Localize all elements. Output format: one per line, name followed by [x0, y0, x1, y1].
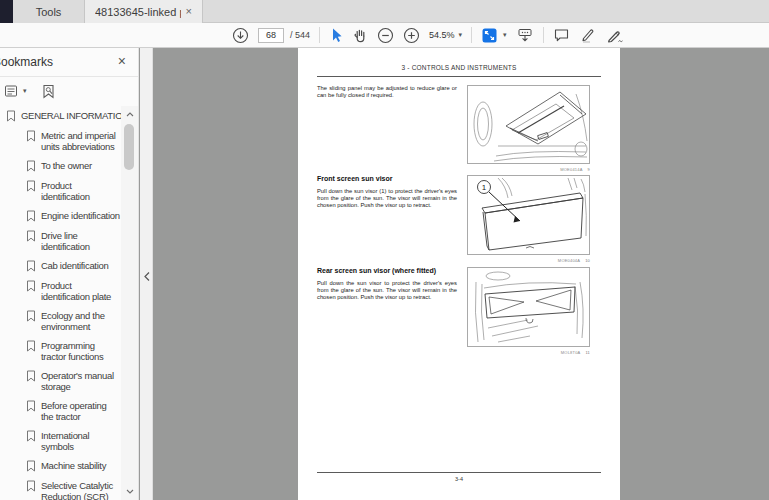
- figure-sliding-roof-panel: [467, 85, 590, 164]
- bookmark-item[interactable]: Ecology and the environment: [0, 306, 121, 336]
- bookmark-icon: [26, 210, 36, 222]
- zoom-level-dropdown[interactable]: 54.5% ▾: [429, 25, 462, 45]
- bookmark-icon: [26, 130, 36, 152]
- app-corner-fragment: [0, 0, 13, 23]
- bookmarks-header: Bookmarks ×: [0, 48, 138, 77]
- bookmark-item[interactable]: GENERAL INFORMATION: [0, 106, 121, 126]
- scroll-up-icon[interactable]: [121, 108, 138, 121]
- page-running-header: 3 - CONTROLS AND INSTRUMENTS: [298, 64, 620, 71]
- fit-page-dropdown[interactable]: ▾: [481, 25, 507, 45]
- section-heading-front-visor: Front screen sun visor: [317, 175, 392, 182]
- main-toolbar: 68 / 544 54.5% ▾ ▾: [0, 23, 769, 48]
- bookmark-item[interactable]: Machine stability: [0, 456, 121, 476]
- highlighter-icon[interactable]: [579, 25, 597, 45]
- page-number-footer: 3-4: [298, 476, 620, 482]
- chevron-down-icon: ▾: [23, 87, 27, 95]
- bookmark-item[interactable]: Metric and imperial units abbreviations: [0, 126, 121, 156]
- bookmark-options-icon[interactable]: ▾: [4, 84, 27, 98]
- zoom-level-value: 54.5%: [429, 30, 455, 40]
- figure-caption: MOE0404A10: [467, 258, 590, 263]
- hand-tool-icon[interactable]: [352, 25, 368, 45]
- chevron-down-icon: ▾: [459, 31, 463, 39]
- bookmark-label: Ecology and the environment: [41, 310, 121, 332]
- document-area[interactable]: 3 - CONTROLS AND INSTRUMENTS The sliding…: [153, 48, 769, 500]
- bookmark-icon: [26, 280, 36, 302]
- toolbar-separator: [543, 27, 544, 43]
- figure-caption: MOL8T0A11: [467, 350, 590, 355]
- toolbar-separator: [319, 27, 320, 43]
- bookmarks-title: Bookmarks: [0, 55, 53, 69]
- tab-bar: Tools 48133645-linked pd... ×: [0, 0, 769, 23]
- bookmark-item[interactable]: To the owner: [0, 156, 121, 176]
- bookmark-item[interactable]: Product identification plate: [0, 276, 121, 306]
- scroll-down-icon[interactable]: [121, 485, 138, 498]
- expand-current-bookmark-icon[interactable]: [41, 84, 57, 99]
- intro-paragraph: The sliding panel may be adjusted to red…: [317, 85, 457, 99]
- bookmarks-scrollbar[interactable]: [121, 106, 138, 500]
- bookmark-label: Product identification: [41, 180, 121, 202]
- toolbar-separator: [471, 27, 472, 43]
- figure-rear-sun-visor: [467, 267, 590, 347]
- page-number-input[interactable]: 68: [258, 28, 284, 43]
- zoom-in-icon[interactable]: [403, 25, 420, 45]
- header-rule: [317, 76, 601, 77]
- bookmark-label: Before operating the tractor: [41, 400, 121, 422]
- bookmark-icon: [26, 180, 36, 202]
- front-visor-paragraph: Pull down the sun visor (1) to protect t…: [317, 188, 457, 210]
- tab-close-icon[interactable]: ×: [186, 6, 192, 17]
- bookmark-label: Machine stability: [41, 460, 106, 472]
- bookmark-list: GENERAL INFORMATION Metric and imperial …: [0, 106, 121, 500]
- page-total-label: / 544: [290, 30, 310, 40]
- bookmark-label: Selective Catalytic Reduction (SCR) syst…: [41, 480, 121, 500]
- bookmark-icon: [26, 260, 36, 272]
- bookmark-label: Product identification plate: [41, 280, 121, 302]
- bookmark-item[interactable]: Cab identification: [0, 256, 121, 276]
- acrobat-window: Tools 48133645-linked pd... × 68 / 544: [0, 0, 769, 500]
- bookmark-icon: [26, 480, 36, 500]
- fill-sign-icon[interactable]: [606, 25, 625, 45]
- bookmark-item[interactable]: Product identification: [0, 176, 121, 206]
- footer-rule: [317, 472, 601, 473]
- bookmark-label: Metric and imperial units abbreviations: [41, 130, 121, 152]
- bookmark-item[interactable]: Engine identification: [0, 206, 121, 226]
- page-scroll-mode-icon[interactable]: [516, 25, 534, 45]
- bookmark-label: Operator's manual storage: [41, 370, 121, 392]
- bookmark-item[interactable]: Before operating the tractor: [0, 396, 121, 426]
- bookmarks-close-icon[interactable]: ×: [118, 53, 126, 69]
- tab-tools[interactable]: Tools: [13, 0, 85, 23]
- comment-icon[interactable]: [553, 25, 570, 45]
- bookmarks-toolbar: ▾: [0, 77, 138, 105]
- panel-divider: [140, 48, 153, 500]
- bookmark-label: Cab identification: [41, 260, 108, 272]
- tab-tools-label: Tools: [36, 6, 62, 18]
- bookmark-item[interactable]: Selective Catalytic Reduction (SCR) syst…: [0, 476, 121, 500]
- bookmark-icon: [26, 370, 36, 392]
- bookmark-icon: [26, 460, 36, 472]
- download-icon[interactable]: [232, 25, 249, 45]
- tab-document[interactable]: 48133645-linked pd... ×: [85, 0, 203, 23]
- bookmark-icon: [26, 340, 36, 362]
- tab-document-label: 48133645-linked pd...: [95, 6, 181, 18]
- bookmark-icon: [26, 400, 36, 422]
- bookmark-item[interactable]: Operator's manual storage: [0, 366, 121, 396]
- bookmark-label: International symbols: [41, 430, 121, 452]
- bookmark-item[interactable]: Programming tractor functions: [0, 336, 121, 366]
- rear-visor-paragraph: Pull down the sun visor to protect the d…: [317, 280, 457, 302]
- bookmark-icon: [26, 310, 36, 332]
- bookmark-label: To the owner: [41, 160, 92, 172]
- chevron-down-icon: ▾: [503, 31, 507, 39]
- bookmark-icon: [6, 110, 16, 122]
- bookmark-icon: [26, 430, 36, 452]
- bookmark-label: Drive line identification: [41, 230, 121, 252]
- bookmark-label: Engine identification: [41, 210, 120, 222]
- bookmark-item[interactable]: Drive line identification: [0, 226, 121, 256]
- bookmark-label: GENERAL INFORMATION: [21, 110, 121, 122]
- collapse-panel-icon[interactable]: [140, 264, 153, 288]
- figure-caption: MOE0414A9: [467, 167, 590, 172]
- bookmark-item[interactable]: International symbols: [0, 426, 121, 456]
- section-heading-rear-visor: Rear screen sun visor (where fitted): [317, 267, 436, 274]
- scrollbar-thumb[interactable]: [124, 124, 134, 170]
- bookmarks-panel: Bookmarks × ▾ GENERAL INFORMATION Metric…: [0, 48, 139, 500]
- zoom-out-icon[interactable]: [377, 25, 394, 45]
- select-tool-icon[interactable]: [329, 25, 343, 45]
